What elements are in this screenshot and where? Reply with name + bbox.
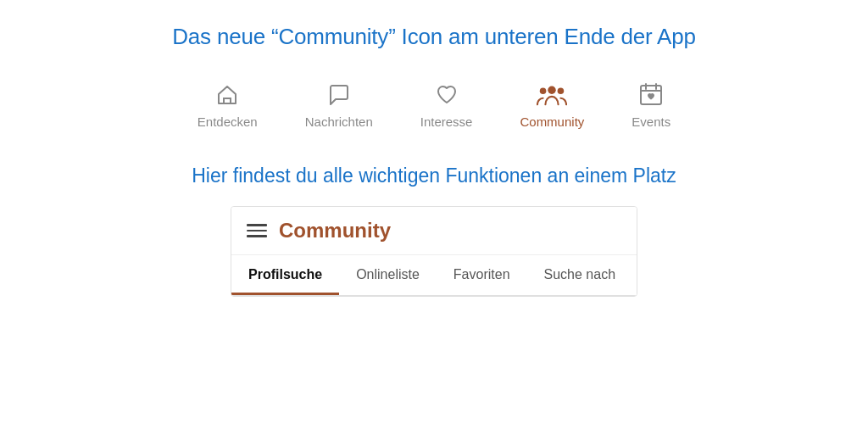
nav-label-events: Events — [632, 114, 670, 129]
nav-label-nachrichten: Nachrichten — [305, 114, 373, 129]
section-subtitle: Hier findest du alle wichtigen Funktione… — [34, 165, 834, 187]
nav-label-interesse: Interesse — [420, 114, 473, 129]
svg-rect-0 — [224, 98, 231, 103]
tab-profilsuche[interactable]: Profilsuche — [231, 255, 339, 295]
home-icon — [212, 79, 242, 109]
svg-point-1 — [548, 86, 556, 94]
nav-item-nachrichten[interactable]: Nachrichten — [281, 74, 397, 134]
tabs-row: Profilsuche Onlineliste Favoriten Suche … — [231, 255, 637, 296]
tab-suche-nach[interactable]: Suche nach — [527, 255, 633, 295]
nav-bar: Entdecken Nachrichten Interesse — [146, 74, 722, 134]
page-container: Das neue “Community” Icon am unteren End… — [0, 0, 868, 435]
nav-item-interesse[interactable]: Interesse — [397, 74, 497, 134]
phone-title: Community — [279, 219, 391, 243]
main-title: Das neue “Community” Icon am unteren End… — [172, 24, 695, 50]
svg-point-2 — [540, 87, 547, 94]
chat-icon — [324, 79, 354, 109]
heart-icon — [431, 79, 462, 109]
svg-point-3 — [558, 87, 565, 94]
nav-item-events[interactable]: Events — [608, 74, 694, 134]
calendar-icon — [636, 79, 666, 109]
community-icon — [537, 79, 567, 109]
tab-onlineliste[interactable]: Onlineliste — [339, 255, 437, 295]
nav-item-community[interactable]: Community — [496, 74, 608, 134]
nav-label-community: Community — [520, 114, 584, 129]
nav-item-entdecken[interactable]: Entdecken — [174, 74, 281, 134]
nav-label-entdecken: Entdecken — [198, 114, 258, 129]
hamburger-button[interactable] — [247, 224, 267, 237]
phone-header: Community — [231, 207, 637, 255]
tab-favoriten[interactable]: Favoriten — [437, 255, 527, 295]
phone-mockup: Community Profilsuche Onlineliste Favori… — [231, 206, 637, 297]
